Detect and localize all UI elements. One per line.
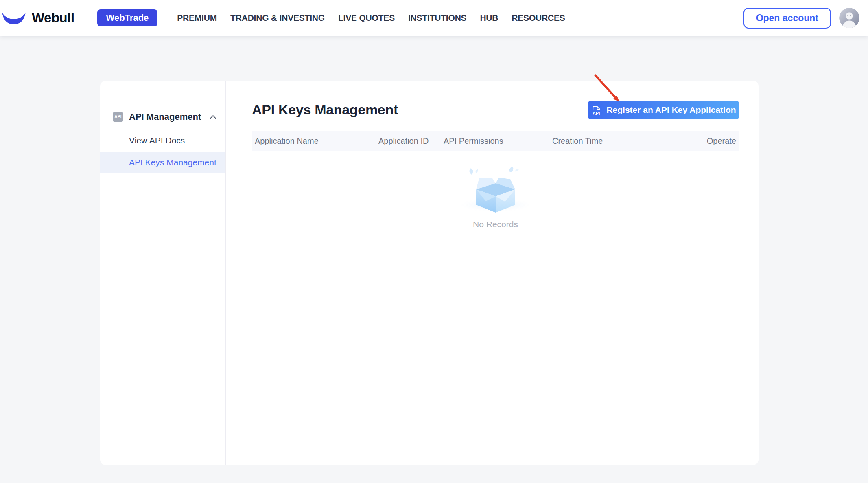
no-records-text: No Records <box>473 220 518 229</box>
header-actions: Open account <box>743 8 868 29</box>
column-operate: Operate <box>707 136 736 146</box>
brand-name: Webull <box>32 10 74 26</box>
register-button-label: Register an API Key Application <box>606 105 736 115</box>
primary-nav: PREMIUM TRADING & INVESTING LIVE QUOTES … <box>177 13 565 23</box>
sidebar-group-api-management[interactable]: API API Management <box>100 105 225 128</box>
top-nav-bar: Webull WebTrade PREMIUM TRADING & INVEST… <box>0 0 868 36</box>
column-api-permissions: API Permissions <box>444 136 503 146</box>
api-badge-icon: API <box>113 112 123 122</box>
nav-item-trading-investing[interactable]: TRADING & INVESTING <box>230 13 325 23</box>
empty-box-icon <box>459 167 533 215</box>
open-account-button[interactable]: Open account <box>743 8 831 29</box>
column-creation-time: Creation Time <box>552 136 603 146</box>
table-header-row: Application Name Application ID API Perm… <box>252 131 739 151</box>
avatar-person-icon <box>839 8 859 28</box>
register-api-key-button[interactable]: API Register an API Key Application <box>588 101 739 119</box>
empty-state: No Records <box>252 151 739 229</box>
user-avatar[interactable] <box>839 8 859 28</box>
api-document-icon: API <box>591 105 602 116</box>
nav-item-hub[interactable]: HUB <box>480 13 498 23</box>
column-application-name: Application Name <box>255 136 319 146</box>
column-application-id: Application ID <box>378 136 429 146</box>
chevron-up-icon <box>210 115 216 119</box>
nav-item-resources[interactable]: RESOURCES <box>512 13 565 23</box>
webtrade-button[interactable]: WebTrade <box>97 9 158 26</box>
page-title: API Keys Management <box>252 102 398 118</box>
svg-text:API: API <box>593 110 600 115</box>
api-management-card: API API Management View API Docs API Key… <box>100 81 759 465</box>
sidebar-item-view-api-docs[interactable]: View API Docs <box>100 130 225 151</box>
api-sidebar: API API Management View API Docs API Key… <box>100 81 226 465</box>
webull-logo[interactable]: Webull <box>1 10 74 26</box>
sidebar-group-label: API Management <box>129 112 201 122</box>
sidebar-item-api-keys-management[interactable]: API Keys Management <box>100 152 225 173</box>
nav-item-premium[interactable]: PREMIUM <box>177 13 217 23</box>
nav-item-institutions[interactable]: INSTITUTIONS <box>408 13 466 23</box>
webull-crescent-icon <box>1 11 26 25</box>
nav-item-live-quotes[interactable]: LIVE QUOTES <box>338 13 395 23</box>
